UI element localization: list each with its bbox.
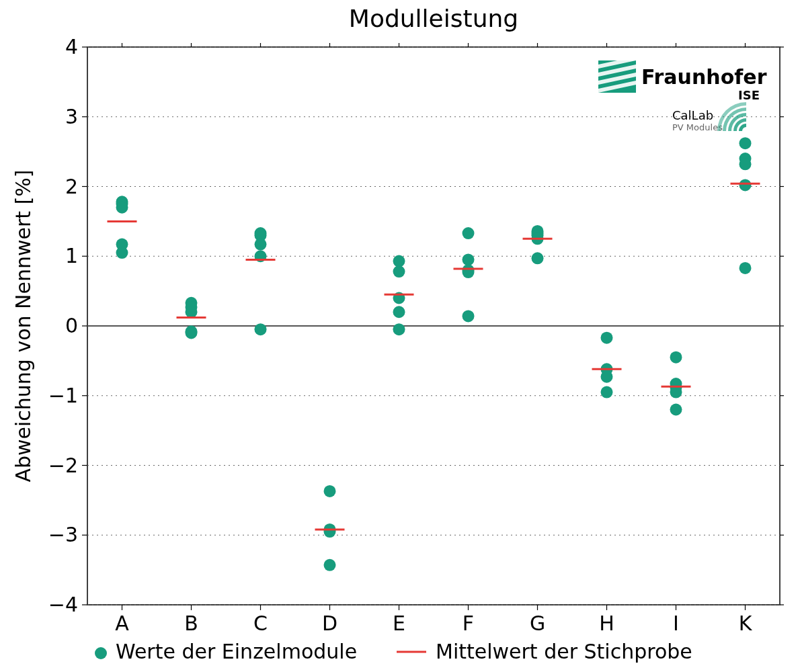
data-point	[393, 306, 405, 318]
y-tick-label: 3	[65, 105, 78, 128]
data-point	[601, 371, 613, 383]
x-tick-label: K	[739, 612, 753, 635]
data-point	[393, 255, 405, 267]
data-point	[670, 386, 682, 398]
data-point	[393, 323, 405, 335]
x-tick-label: D	[322, 612, 337, 635]
x-tick-label: H	[599, 612, 614, 635]
y-tick-label: −4	[48, 593, 78, 616]
x-tick-label: I	[673, 612, 679, 635]
x-tick-label: A	[115, 612, 129, 635]
legend-label: Werte der Einzelmodule	[116, 640, 357, 663]
x-tick-label: G	[530, 612, 545, 635]
data-point	[670, 351, 682, 364]
y-tick-label: 4	[65, 35, 78, 58]
x-tick-label: F	[463, 612, 474, 635]
svg-text:Fraunhofer: Fraunhofer	[641, 65, 767, 89]
legend-marker-points	[95, 647, 107, 659]
svg-text:CalLab: CalLab	[672, 108, 713, 122]
svg-text:ISE: ISE	[738, 88, 760, 102]
y-tick-label: 1	[65, 244, 78, 267]
data-point	[116, 247, 128, 259]
y-axis-label: Abweichung von Nennwert [%]	[11, 169, 35, 482]
y-tick-label: 2	[65, 175, 78, 198]
data-point	[532, 252, 544, 264]
y-tick-label: −1	[48, 384, 78, 407]
data-point	[463, 253, 475, 265]
data-point	[739, 179, 752, 191]
data-point	[670, 404, 682, 416]
fraunhofer-logo: FraunhoferISE	[598, 56, 767, 102]
data-point	[463, 310, 475, 322]
data-point	[324, 526, 336, 538]
data-point	[186, 306, 198, 318]
data-point	[739, 137, 752, 149]
x-tick-label: B	[184, 612, 198, 635]
legend-label: Mittelwert der Stichprobe	[436, 640, 692, 663]
data-point	[739, 262, 752, 274]
data-point	[324, 559, 336, 571]
y-tick-label: −2	[48, 454, 78, 477]
data-point	[739, 158, 752, 170]
chart-canvas: Modulleistung−4−3−2−101234ABCDEFGHIKAbwe…	[0, 0, 800, 672]
data-point	[601, 332, 613, 344]
callab-logo: CalLabPV Modules	[672, 102, 746, 132]
data-point	[393, 265, 405, 278]
chart-title: Modulleistung	[349, 5, 518, 32]
data-point	[255, 239, 267, 251]
x-tick-label: E	[393, 612, 405, 635]
y-tick-label: −3	[48, 523, 78, 546]
y-tick-label: 0	[65, 314, 78, 337]
svg-text:PV Modules: PV Modules	[672, 122, 723, 132]
data-point	[116, 202, 128, 214]
data-point	[463, 227, 475, 239]
x-tick-label: C	[253, 612, 268, 635]
data-point	[186, 325, 198, 337]
data-point	[601, 386, 613, 398]
data-point	[255, 323, 267, 335]
data-point	[324, 485, 336, 497]
